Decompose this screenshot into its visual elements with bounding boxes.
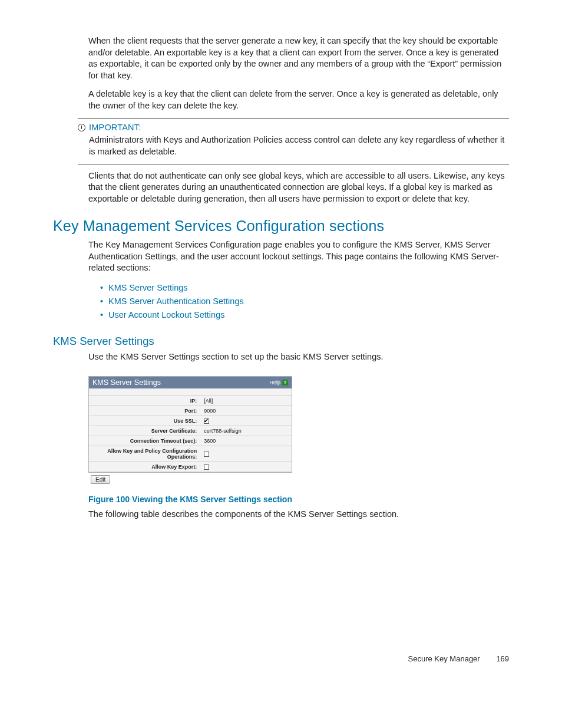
help-icon: ? bbox=[282, 380, 288, 386]
important-icon: ! bbox=[78, 124, 85, 131]
settings-label: Port: bbox=[89, 406, 200, 416]
link-kms-server-settings[interactable]: KMS Server Settings bbox=[108, 283, 188, 292]
settings-label: Allow Key Export: bbox=[89, 462, 200, 472]
footer-doc-title: Secure Key Manager bbox=[408, 654, 480, 663]
kms-server-settings-panel: KMS Server Settings Help ? IP:[All]Port:… bbox=[88, 376, 292, 473]
edit-button[interactable]: Edit bbox=[91, 475, 110, 484]
settings-label: Use SSL: bbox=[89, 416, 200, 426]
panel-help-link[interactable]: Help ? bbox=[269, 380, 288, 386]
settings-row: Use SSL: bbox=[89, 416, 292, 426]
settings-row: Allow Key Export: bbox=[89, 462, 292, 472]
settings-label: Connection Timeout (sec): bbox=[89, 436, 200, 446]
paragraph-text: The following table describes the compon… bbox=[88, 509, 509, 521]
figure-caption: Figure 100 Viewing the KMS Server Settin… bbox=[88, 495, 509, 504]
settings-row: Port:9000 bbox=[89, 406, 292, 416]
link-kms-server-auth-settings[interactable]: KMS Server Authentication Settings bbox=[108, 297, 244, 306]
important-note: ! IMPORTANT: Administrators with Keys an… bbox=[78, 118, 509, 164]
settings-row: Allow Key and Policy Configuration Opera… bbox=[89, 446, 292, 462]
page-footer: Secure Key Manager 169 bbox=[408, 654, 509, 663]
important-label: IMPORTANT: bbox=[89, 123, 141, 132]
help-label: Help bbox=[269, 380, 280, 386]
settings-value: [All] bbox=[200, 396, 292, 406]
settings-label: IP: bbox=[89, 396, 200, 406]
panel-title: KMS Server Settings bbox=[92, 378, 161, 387]
paragraph-text: When the client requests that the server… bbox=[88, 35, 509, 81]
settings-row: IP:[All] bbox=[89, 396, 292, 406]
section-heading: Key Management Services Configuration se… bbox=[53, 218, 509, 235]
paragraph-text: Use the KMS Server Settings section to s… bbox=[88, 351, 509, 363]
settings-value bbox=[200, 416, 292, 426]
settings-row: Connection Timeout (sec):3600 bbox=[89, 436, 292, 446]
settings-value bbox=[200, 462, 292, 472]
paragraph-text: Clients that do not authenticate can onl… bbox=[88, 170, 509, 205]
settings-value: 9000 bbox=[200, 406, 292, 416]
settings-row: Server Certificate:cert788-selfsign bbox=[89, 426, 292, 436]
important-body: Administrators with Keys and Authorizati… bbox=[89, 134, 509, 157]
settings-label: Allow Key and Policy Configuration Opera… bbox=[89, 446, 200, 462]
settings-label: Server Certificate: bbox=[89, 426, 200, 436]
settings-value bbox=[200, 446, 292, 462]
footer-page-number: 169 bbox=[496, 654, 509, 663]
checkbox-icon[interactable] bbox=[204, 452, 209, 457]
checkbox-icon[interactable] bbox=[204, 465, 209, 470]
checkbox-icon[interactable] bbox=[204, 419, 209, 424]
settings-value: 3600 bbox=[200, 436, 292, 446]
settings-value: cert788-selfsign bbox=[200, 426, 292, 436]
subsection-heading: KMS Server Settings bbox=[53, 335, 509, 348]
paragraph-text: A deletable key is a key that the client… bbox=[88, 88, 509, 111]
paragraph-text: The Key Management Services Configuratio… bbox=[88, 239, 509, 274]
link-user-account-lockout-settings[interactable]: User Account Lockout Settings bbox=[108, 310, 224, 319]
